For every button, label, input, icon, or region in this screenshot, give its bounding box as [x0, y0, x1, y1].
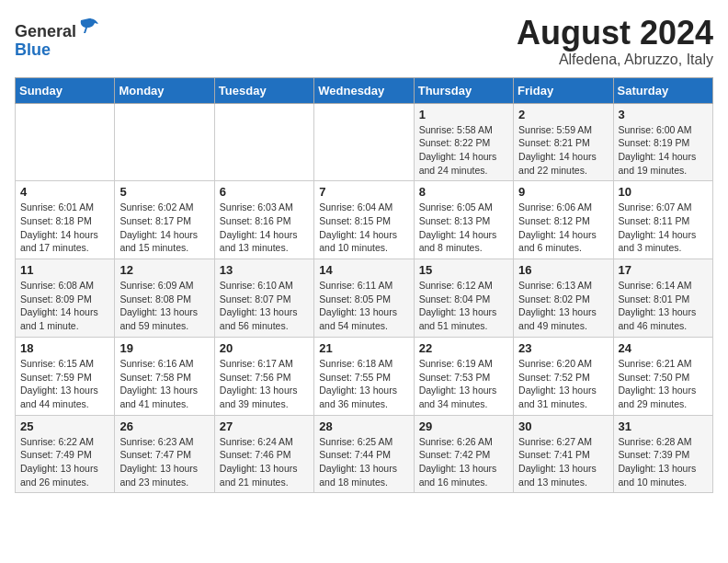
day-number: 29 — [419, 419, 508, 433]
calendar-cell — [214, 103, 313, 181]
calendar-cell: 28Sunrise: 6:25 AM Sunset: 7:44 PM Dayli… — [314, 415, 414, 493]
day-number: 25 — [20, 419, 109, 433]
day-info: Sunrise: 6:28 AM Sunset: 7:39 PM Dayligh… — [619, 435, 708, 489]
day-info: Sunrise: 6:15 AM Sunset: 7:59 PM Dayligh… — [20, 357, 109, 411]
calendar-cell: 30Sunrise: 6:27 AM Sunset: 7:41 PM Dayli… — [514, 415, 613, 493]
day-number: 15 — [419, 263, 508, 277]
calendar-table: SundayMondayTuesdayWednesdayThursdayFrid… — [15, 77, 713, 494]
dow-header-tuesday: Tuesday — [214, 77, 313, 103]
day-number: 23 — [518, 341, 608, 355]
logo-general: General — [15, 22, 76, 40]
day-info: Sunrise: 6:02 AM Sunset: 8:17 PM Dayligh… — [119, 201, 209, 255]
day-info: Sunrise: 6:19 AM Sunset: 7:53 PM Dayligh… — [419, 357, 508, 411]
calendar-cell: 16Sunrise: 6:13 AM Sunset: 8:02 PM Dayli… — [514, 259, 613, 338]
calendar-cell — [314, 103, 414, 181]
calendar-cell: 14Sunrise: 6:11 AM Sunset: 8:05 PM Dayli… — [314, 259, 414, 338]
calendar-cell: 8Sunrise: 6:05 AM Sunset: 8:13 PM Daylig… — [414, 181, 513, 259]
calendar-cell: 1Sunrise: 5:58 AM Sunset: 8:22 PM Daylig… — [414, 103, 513, 181]
day-info: Sunrise: 6:21 AM Sunset: 7:50 PM Dayligh… — [619, 357, 708, 411]
day-number: 5 — [119, 185, 209, 199]
day-info: Sunrise: 6:10 AM Sunset: 8:07 PM Dayligh… — [220, 279, 309, 333]
logo: General Blue — [15, 15, 100, 60]
calendar-cell: 7Sunrise: 6:04 AM Sunset: 8:15 PM Daylig… — [314, 181, 414, 259]
day-info: Sunrise: 6:24 AM Sunset: 7:46 PM Dayligh… — [220, 435, 309, 489]
dow-header-saturday: Saturday — [613, 77, 712, 103]
logo-blue: Blue — [15, 40, 51, 59]
day-number: 26 — [119, 419, 209, 433]
day-number: 7 — [319, 185, 408, 199]
calendar-cell — [115, 103, 214, 181]
day-info: Sunrise: 6:26 AM Sunset: 7:42 PM Dayligh… — [419, 435, 508, 489]
calendar-cell: 20Sunrise: 6:17 AM Sunset: 7:56 PM Dayli… — [214, 337, 313, 415]
day-number: 18 — [20, 341, 109, 355]
calendar-cell: 17Sunrise: 6:14 AM Sunset: 8:01 PM Dayli… — [613, 259, 712, 338]
day-number: 24 — [619, 341, 708, 355]
calendar-cell: 3Sunrise: 6:00 AM Sunset: 8:19 PM Daylig… — [613, 103, 712, 181]
day-number: 16 — [518, 263, 608, 277]
day-number: 20 — [220, 341, 309, 355]
day-info: Sunrise: 6:23 AM Sunset: 7:47 PM Dayligh… — [119, 435, 209, 489]
day-number: 21 — [319, 341, 408, 355]
day-info: Sunrise: 6:22 AM Sunset: 7:49 PM Dayligh… — [20, 435, 109, 489]
calendar-cell: 5Sunrise: 6:02 AM Sunset: 8:17 PM Daylig… — [115, 181, 214, 259]
day-number: 10 — [619, 185, 708, 199]
day-info: Sunrise: 6:03 AM Sunset: 8:16 PM Dayligh… — [220, 201, 309, 255]
day-number: 28 — [319, 419, 408, 433]
day-number: 1 — [419, 108, 508, 121]
dow-header-friday: Friday — [514, 77, 613, 103]
day-number: 6 — [220, 185, 309, 199]
calendar-cell: 18Sunrise: 6:15 AM Sunset: 7:59 PM Dayli… — [16, 337, 115, 415]
day-info: Sunrise: 5:59 AM Sunset: 8:21 PM Dayligh… — [518, 123, 608, 178]
calendar-cell — [16, 103, 115, 181]
calendar-cell: 22Sunrise: 6:19 AM Sunset: 7:53 PM Dayli… — [414, 337, 513, 415]
day-number: 13 — [220, 263, 309, 277]
day-info: Sunrise: 6:07 AM Sunset: 8:11 PM Dayligh… — [619, 201, 708, 255]
day-number: 12 — [119, 263, 209, 277]
calendar-cell: 10Sunrise: 6:07 AM Sunset: 8:11 PM Dayli… — [613, 181, 712, 259]
calendar-cell: 2Sunrise: 5:59 AM Sunset: 8:21 PM Daylig… — [514, 103, 613, 181]
day-info: Sunrise: 6:18 AM Sunset: 7:55 PM Dayligh… — [319, 357, 408, 411]
calendar-cell: 29Sunrise: 6:26 AM Sunset: 7:42 PM Dayli… — [414, 415, 513, 493]
day-info: Sunrise: 6:00 AM Sunset: 8:19 PM Dayligh… — [619, 123, 708, 178]
day-number: 9 — [518, 185, 608, 199]
day-info: Sunrise: 6:06 AM Sunset: 8:12 PM Dayligh… — [518, 201, 608, 255]
day-info: Sunrise: 6:09 AM Sunset: 8:08 PM Dayligh… — [119, 279, 209, 333]
day-info: Sunrise: 6:04 AM Sunset: 8:15 PM Dayligh… — [319, 201, 408, 255]
calendar-cell: 6Sunrise: 6:03 AM Sunset: 8:16 PM Daylig… — [214, 181, 313, 259]
calendar-cell: 27Sunrise: 6:24 AM Sunset: 7:46 PM Dayli… — [214, 415, 313, 493]
calendar-cell: 19Sunrise: 6:16 AM Sunset: 7:58 PM Dayli… — [115, 337, 214, 415]
day-number: 2 — [518, 108, 608, 121]
day-number: 3 — [619, 108, 708, 121]
calendar-cell: 13Sunrise: 6:10 AM Sunset: 8:07 PM Dayli… — [214, 259, 313, 338]
location: Alfedena, Abruzzo, Italy — [517, 52, 713, 68]
dow-header-thursday: Thursday — [414, 77, 513, 103]
calendar-cell: 4Sunrise: 6:01 AM Sunset: 8:18 PM Daylig… — [16, 181, 115, 259]
day-number: 8 — [419, 185, 508, 199]
calendar-cell: 24Sunrise: 6:21 AM Sunset: 7:50 PM Dayli… — [613, 337, 712, 415]
calendar-cell: 23Sunrise: 6:20 AM Sunset: 7:52 PM Dayli… — [514, 337, 613, 415]
day-number: 31 — [619, 419, 708, 433]
day-info: Sunrise: 6:08 AM Sunset: 8:09 PM Dayligh… — [20, 279, 109, 333]
day-info: Sunrise: 6:14 AM Sunset: 8:01 PM Dayligh… — [619, 279, 708, 333]
day-info: Sunrise: 6:16 AM Sunset: 7:58 PM Dayligh… — [119, 357, 209, 411]
calendar-cell: 21Sunrise: 6:18 AM Sunset: 7:55 PM Dayli… — [314, 337, 414, 415]
day-info: Sunrise: 6:05 AM Sunset: 8:13 PM Dayligh… — [419, 201, 508, 255]
calendar-cell: 26Sunrise: 6:23 AM Sunset: 7:47 PM Dayli… — [115, 415, 214, 493]
day-number: 27 — [220, 419, 309, 433]
calendar-cell: 15Sunrise: 6:12 AM Sunset: 8:04 PM Dayli… — [414, 259, 513, 338]
logo-bird-icon — [78, 15, 100, 37]
month-year: August 2024 — [517, 15, 713, 52]
calendar-cell: 25Sunrise: 6:22 AM Sunset: 7:49 PM Dayli… — [16, 415, 115, 493]
day-info: Sunrise: 6:12 AM Sunset: 8:04 PM Dayligh… — [419, 279, 508, 333]
calendar-cell: 11Sunrise: 6:08 AM Sunset: 8:09 PM Dayli… — [16, 259, 115, 338]
day-info: Sunrise: 6:11 AM Sunset: 8:05 PM Dayligh… — [319, 279, 408, 333]
page-header: General Blue August 2024 Alfedena, Abruz… — [15, 15, 713, 68]
calendar-cell: 12Sunrise: 6:09 AM Sunset: 8:08 PM Dayli… — [115, 259, 214, 338]
title-block: August 2024 Alfedena, Abruzzo, Italy — [517, 15, 713, 68]
day-number: 22 — [419, 341, 508, 355]
day-number: 11 — [20, 263, 109, 277]
day-number: 4 — [20, 185, 109, 199]
dow-header-sunday: Sunday — [16, 77, 115, 103]
calendar-cell: 31Sunrise: 6:28 AM Sunset: 7:39 PM Dayli… — [613, 415, 712, 493]
calendar-cell: 9Sunrise: 6:06 AM Sunset: 8:12 PM Daylig… — [514, 181, 613, 259]
